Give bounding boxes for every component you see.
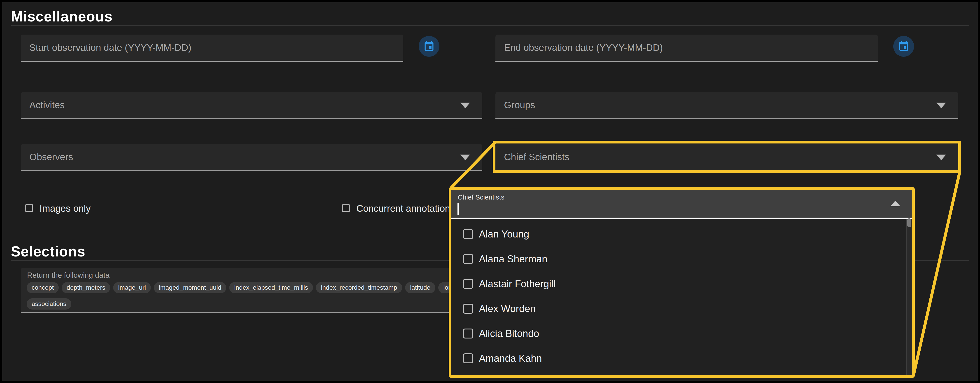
- chief-scientists-field-label: Chief Scientists: [458, 193, 504, 201]
- scrollbar-thumb[interactable]: [907, 218, 911, 227]
- option-label: Alicia Bitondo: [479, 328, 539, 339]
- chevron-up-icon[interactable]: [890, 201, 900, 206]
- chief-scientists-option-list: Alan Young Alana Sherman Alastair Fother…: [452, 219, 912, 375]
- chevron-down-icon: [460, 102, 470, 108]
- option-label: Alastair Fothergill: [479, 278, 556, 289]
- option-checkbox[interactable]: [463, 304, 473, 314]
- chevron-down-icon: [460, 155, 470, 160]
- chief-scientist-option[interactable]: Amanda Kahn: [452, 346, 912, 371]
- calendar-icon: [898, 40, 910, 52]
- scrollbar-track[interactable]: [907, 219, 912, 375]
- data-field-chip[interactable]: index_elapsed_time_millis: [229, 282, 313, 293]
- chief-scientist-option[interactable]: Alicia Bitondo: [452, 321, 912, 346]
- option-checkbox[interactable]: [463, 279, 473, 289]
- images-only-label: Images only: [40, 203, 91, 214]
- data-field-chip[interactable]: image_url: [113, 282, 151, 293]
- data-field-chip[interactable]: latitude: [405, 282, 435, 293]
- start-date-field[interactable]: [21, 35, 403, 62]
- chevron-down-icon: [936, 102, 946, 108]
- end-date-calendar-button[interactable]: [893, 36, 914, 57]
- selections-heading: Selections: [11, 243, 85, 260]
- groups-dropdown-label: Groups: [504, 100, 535, 110]
- start-date-calendar-button[interactable]: [418, 36, 439, 57]
- option-checkbox[interactable]: [463, 353, 473, 363]
- activities-dropdown[interactable]: Activites: [21, 92, 482, 119]
- chevron-down-icon: [936, 155, 946, 160]
- chief-scientist-option[interactable]: Alan Young: [452, 222, 912, 247]
- images-only-checkbox[interactable]: [25, 204, 33, 212]
- option-checkbox[interactable]: [463, 254, 473, 264]
- end-date-input[interactable]: [495, 35, 878, 61]
- data-field-chip[interactable]: depth_meters: [62, 282, 110, 293]
- text-cursor: [458, 203, 458, 215]
- chief-scientists-callout-panel: Chief Scientists Alan Young Alana Sherma…: [449, 187, 915, 378]
- data-field-chip[interactable]: index_recorded_timestamp: [316, 282, 402, 293]
- chief-scientist-option[interactable]: Alex Worden: [452, 296, 912, 321]
- calendar-icon: [423, 40, 435, 52]
- return-data-chips-row-1: concept depth_meters image_url imaged_mo…: [27, 282, 474, 293]
- chief-scientists-dropdown[interactable]: Chief Scientists: [495, 144, 958, 170]
- end-date-field[interactable]: [495, 35, 878, 62]
- option-label: Alex Worden: [479, 303, 536, 314]
- data-field-chip[interactable]: concept: [27, 282, 59, 293]
- chief-scientists-combobox[interactable]: Chief Scientists: [452, 190, 912, 218]
- chief-scientists-dropdown-label: Chief Scientists: [504, 152, 569, 163]
- data-field-chip[interactable]: associations: [27, 298, 72, 310]
- return-data-label: Return the following data: [27, 271, 110, 279]
- return-data-chips-row-2: associations: [27, 298, 72, 310]
- option-checkbox[interactable]: [463, 329, 473, 338]
- option-label: Amanda Kahn: [479, 353, 542, 364]
- groups-dropdown[interactable]: Groups: [495, 92, 958, 119]
- data-field-chip[interactable]: imaged_moment_uuid: [154, 282, 226, 293]
- start-date-input[interactable]: [21, 35, 403, 61]
- option-checkbox[interactable]: [463, 229, 473, 239]
- miscellaneous-heading: Miscellaneous: [11, 8, 113, 25]
- concurrent-annotations-checkbox[interactable]: [342, 204, 350, 212]
- observers-dropdown[interactable]: Observers: [21, 144, 482, 171]
- concurrent-annotations-label: Concurrent annotations: [356, 203, 455, 214]
- observers-dropdown-label: Observers: [29, 152, 73, 163]
- option-label: Alana Sherman: [479, 253, 547, 265]
- activities-dropdown-label: Activites: [29, 100, 65, 110]
- chief-scientist-option[interactable]: Alastair Fothergill: [452, 271, 912, 296]
- chief-scientist-option[interactable]: Alana Sherman: [452, 247, 912, 271]
- miscellaneous-divider: [11, 25, 969, 26]
- option-label: Alan Young: [479, 228, 529, 240]
